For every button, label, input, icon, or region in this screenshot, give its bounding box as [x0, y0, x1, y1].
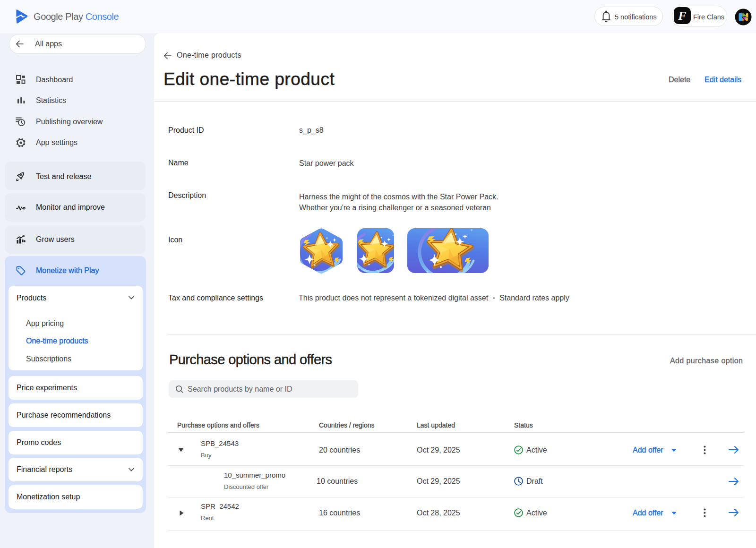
svg-text:F: F: [678, 9, 686, 23]
